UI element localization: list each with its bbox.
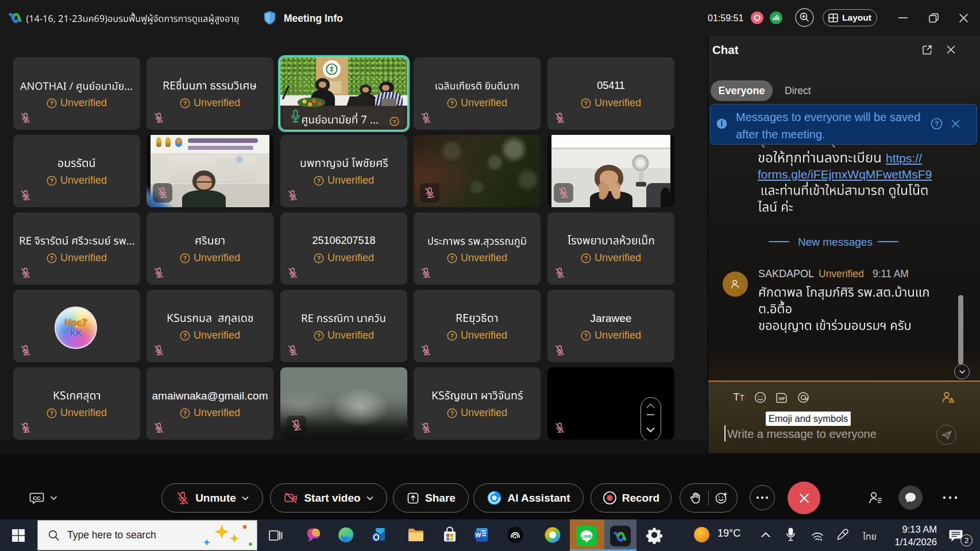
svg-text:?: ?: [317, 255, 321, 261]
svg-text:?: ?: [450, 410, 454, 416]
svg-text:?: ?: [450, 332, 454, 339]
svg-text:?: ?: [50, 177, 53, 184]
svg-text:?: ?: [450, 100, 454, 106]
svg-text:?: ?: [935, 120, 939, 128]
svg-text:?: ?: [737, 285, 740, 290]
svg-text:GIF: GIF: [778, 397, 785, 401]
svg-text:W: W: [476, 531, 481, 538]
svg-text:?: ?: [183, 332, 187, 339]
svg-text:?: ?: [50, 100, 53, 106]
svg-text:?: ?: [317, 177, 321, 184]
svg-text:?: ?: [317, 332, 321, 339]
svg-text:LINE: LINE: [581, 534, 591, 539]
svg-text:?: ?: [183, 410, 187, 416]
svg-text:?: ?: [584, 332, 588, 339]
svg-text:?: ?: [183, 255, 187, 261]
svg-text:?: ?: [50, 255, 53, 261]
svg-text:?: ?: [183, 100, 187, 106]
svg-text:?: ?: [450, 255, 454, 261]
svg-text:?: ?: [584, 100, 588, 106]
svg-text:CC: CC: [33, 495, 41, 501]
svg-text:?: ?: [584, 255, 588, 261]
svg-text:?: ?: [50, 410, 53, 416]
svg-text:?: ?: [393, 118, 396, 125]
